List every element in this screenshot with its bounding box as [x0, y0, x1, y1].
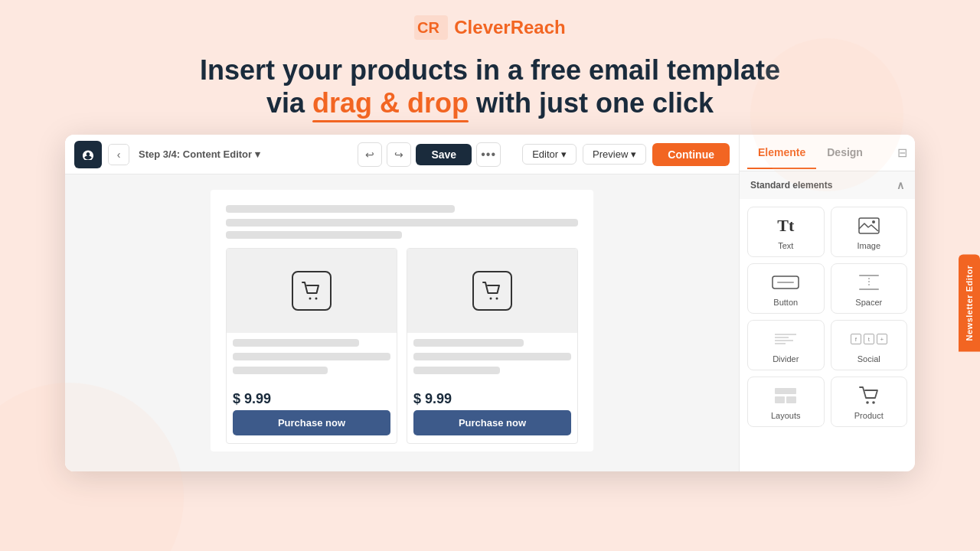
svg-point-4 — [490, 298, 492, 300]
element-spacer[interactable]: Spacer — [831, 263, 908, 314]
element-divider[interactable]: Divider — [747, 320, 825, 370]
editor-arrow: ▾ — [561, 148, 567, 160]
skeleton-line-1 — [226, 205, 455, 213]
svg-rect-18 — [775, 396, 785, 403]
logo: CR CleverReach — [414, 15, 565, 40]
headline: Insert your products in a free email tem… — [200, 54, 780, 119]
more-button[interactable]: ••• — [476, 142, 501, 167]
social-tw-icon: t — [864, 334, 874, 344]
continue-button[interactable]: Continue — [652, 143, 730, 166]
header: CR CleverReach Insert your products in a… — [0, 0, 980, 119]
element-product[interactable]: Product — [831, 377, 908, 427]
filter-icon[interactable]: ⊟ — [897, 145, 907, 160]
back-button[interactable]: ‹ — [108, 144, 129, 165]
toolbar: ‹ Step 3/4: Content Editor ▾ ↩ ↪ Save ••… — [65, 135, 739, 174]
product-info-1 — [227, 333, 397, 386]
headline-highlight: drag & drop — [312, 86, 469, 119]
purchase-button-1[interactable]: Purchase now — [233, 410, 390, 435]
svg-point-21 — [872, 402, 875, 405]
text-element-icon: Tt — [777, 215, 794, 236]
collapse-icon[interactable]: ∧ — [897, 179, 904, 191]
svg-point-20 — [866, 402, 869, 405]
product-image-1 — [227, 249, 397, 333]
tab-design[interactable]: Design — [816, 137, 874, 169]
social-plus-icon: + — [877, 334, 887, 344]
product-skel-2a — [413, 339, 524, 347]
cart-icon-2 — [472, 271, 512, 311]
toolbar-right: Editor ▾ Preview ▾ Continue — [522, 143, 730, 166]
toolbar-step: Step 3/4: Content Editor ▾ — [139, 148, 351, 160]
element-social-label: Social — [858, 354, 880, 364]
element-button[interactable]: Button — [747, 263, 825, 314]
cart-icon-1 — [292, 271, 332, 311]
svg-point-5 — [496, 298, 498, 300]
element-divider-label: Divider — [773, 354, 799, 364]
social-element-icon: f t + — [851, 328, 887, 350]
undo-button[interactable]: ↩ — [358, 142, 382, 167]
element-spacer-label: Spacer — [855, 298, 882, 307]
element-layouts-label: Layouts — [771, 411, 801, 420]
svg-rect-19 — [786, 396, 796, 403]
svg-point-2 — [309, 298, 312, 300]
element-product-label: Product — [854, 411, 884, 420]
product-skel-1a — [233, 339, 359, 347]
product-price-2: $ 9.99 — [407, 386, 577, 410]
elements-grid: Tt Text Image — [740, 199, 915, 435]
skeleton-line-2 — [226, 219, 578, 227]
preview-button[interactable]: Preview ▾ — [583, 144, 646, 165]
element-social[interactable]: f t + Social — [831, 320, 908, 370]
product-price-1: $ 9.99 — [227, 386, 397, 410]
logo-text: CleverReach — [454, 17, 565, 38]
social-fb-icon: f — [851, 334, 861, 344]
product-skel-1c — [233, 367, 328, 374]
headline-before: via — [266, 87, 312, 119]
product-element-icon — [859, 385, 879, 406]
element-button-label: Button — [773, 298, 798, 307]
email-canvas: $ 9.99 Purchase now — [211, 190, 593, 452]
element-image-label: Image — [857, 241, 880, 250]
product-card-2: $ 9.99 Purchase now — [407, 248, 578, 444]
svg-point-7 — [872, 220, 875, 223]
step-label: Step 3/4: — [139, 148, 180, 160]
canvas-area: $ 9.99 Purchase now — [65, 174, 739, 471]
svg-text:CR: CR — [417, 19, 439, 36]
save-button[interactable]: Save — [416, 144, 472, 165]
step-dropdown-arrow[interactable]: ▾ — [255, 148, 260, 160]
spacer-element-icon — [858, 272, 880, 293]
panel-section-header: Standard elements ∧ — [740, 171, 915, 199]
editor-main: ‹ Step 3/4: Content Editor ▾ ↩ ↪ Save ••… — [65, 135, 739, 471]
editor-button[interactable]: Editor ▾ — [522, 144, 577, 165]
divider-element-icon — [773, 328, 798, 350]
product-skel-1b — [233, 353, 390, 360]
element-text[interactable]: Tt Text — [747, 207, 825, 257]
product-info-2 — [407, 333, 577, 386]
tab-elements[interactable]: Elemente — [747, 137, 816, 169]
redo-button[interactable]: ↪ — [387, 142, 411, 167]
svg-rect-17 — [775, 388, 796, 394]
headline-line1: Insert your products in a free email tem… — [200, 54, 780, 86]
element-image[interactable]: Image — [831, 207, 908, 257]
product-skel-2b — [413, 353, 571, 360]
preview-arrow: ▾ — [631, 148, 636, 160]
product-card-1: $ 9.99 Purchase now — [226, 248, 397, 444]
layouts-element-icon — [774, 385, 797, 406]
step-name: Content Editor — [183, 148, 252, 160]
button-element-icon — [772, 272, 799, 293]
editor-label: Editor — [532, 148, 558, 160]
headline-after: with just one click — [469, 87, 714, 119]
product-skel-2c — [413, 367, 500, 374]
purchase-button-2[interactable]: Purchase now — [413, 410, 571, 435]
element-text-label: Text — [778, 241, 793, 250]
section-label: Standard elements — [750, 180, 832, 191]
element-layouts[interactable]: Layouts — [747, 377, 825, 427]
right-panel: Elemente Design ⊟ Standard elements ∧ Tt… — [739, 135, 915, 471]
headline-line2: via drag & drop with just one click — [200, 86, 780, 119]
skeleton-line-3 — [226, 231, 402, 239]
svg-point-3 — [315, 298, 318, 300]
toolbar-actions: ↩ ↪ Save ••• — [358, 142, 501, 167]
editor-container: ‹ Step 3/4: Content Editor ▾ ↩ ↪ Save ••… — [65, 135, 915, 471]
panel-tabs: Elemente Design ⊟ — [740, 135, 915, 171]
product-image-2 — [407, 249, 577, 333]
preview-label: Preview — [593, 148, 628, 160]
image-element-icon — [858, 215, 880, 236]
